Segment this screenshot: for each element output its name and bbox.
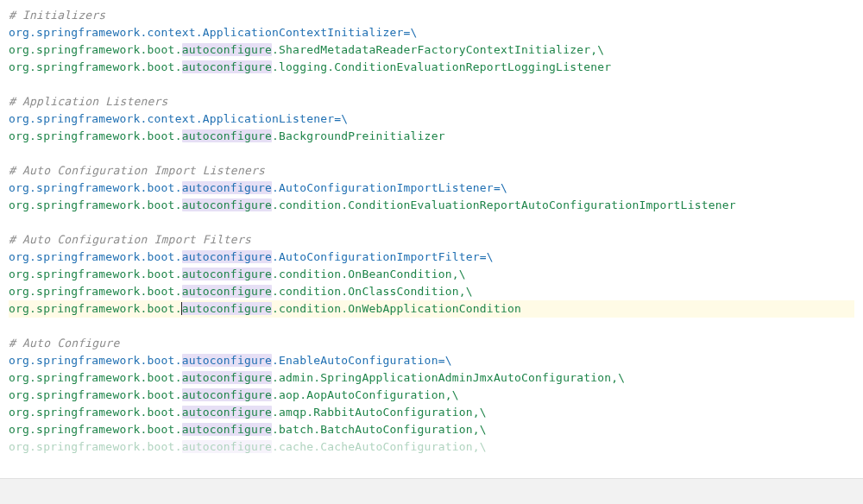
code-line[interactable]: org.springframework.boot.autoconfigure.c… xyxy=(9,438,854,456)
blank-line xyxy=(9,76,854,93)
property-key-line[interactable]: org.springframework.boot.autoconfigure.A… xyxy=(9,180,854,197)
code-line[interactable]: org.springframework.boot.autoconfigure.b… xyxy=(9,421,854,438)
code-editor[interactable]: # Initializersorg.springframework.contex… xyxy=(9,7,854,456)
comment-line: # Auto Configuration Import Listeners xyxy=(9,162,854,180)
blank-line xyxy=(9,318,854,335)
property-key-line[interactable]: org.springframework.boot.autoconfigure.A… xyxy=(9,249,854,266)
code-line[interactable]: org.springframework.boot.autoconfigure.a… xyxy=(9,404,854,421)
comment-line: # Initializers xyxy=(9,7,854,24)
code-line[interactable]: org.springframework.boot.autoconfigure.l… xyxy=(9,59,854,76)
property-key-line[interactable]: org.springframework.context.ApplicationL… xyxy=(9,110,854,128)
comment-line: # Application Listeners xyxy=(9,93,854,110)
blank-line xyxy=(9,145,854,162)
property-key-line[interactable]: org.springframework.boot.autoconfigure.E… xyxy=(9,352,854,369)
code-line[interactable]: org.springframework.boot.autoconfigure.c… xyxy=(9,197,854,214)
code-line[interactable]: org.springframework.boot.autoconfigure.B… xyxy=(9,128,854,145)
code-line[interactable]: org.springframework.boot.autoconfigure.c… xyxy=(9,283,854,300)
comment-line: # Auto Configuration Import Filters xyxy=(9,231,854,249)
code-line[interactable]: org.springframework.boot.autoconfigure.a… xyxy=(9,387,854,404)
comment-line: # Auto Configure xyxy=(9,335,854,352)
code-line[interactable]: org.springframework.boot.autoconfigure.a… xyxy=(9,369,854,387)
code-line[interactable]: org.springframework.boot.autoconfigure.S… xyxy=(9,41,854,59)
status-bar xyxy=(0,478,863,504)
code-line[interactable]: org.springframework.boot.autoconfigure.c… xyxy=(9,266,854,283)
blank-line xyxy=(9,214,854,231)
property-key-line[interactable]: org.springframework.context.ApplicationC… xyxy=(9,24,854,41)
code-line[interactable]: org.springframework.boot.autoconfigure.c… xyxy=(9,300,854,318)
